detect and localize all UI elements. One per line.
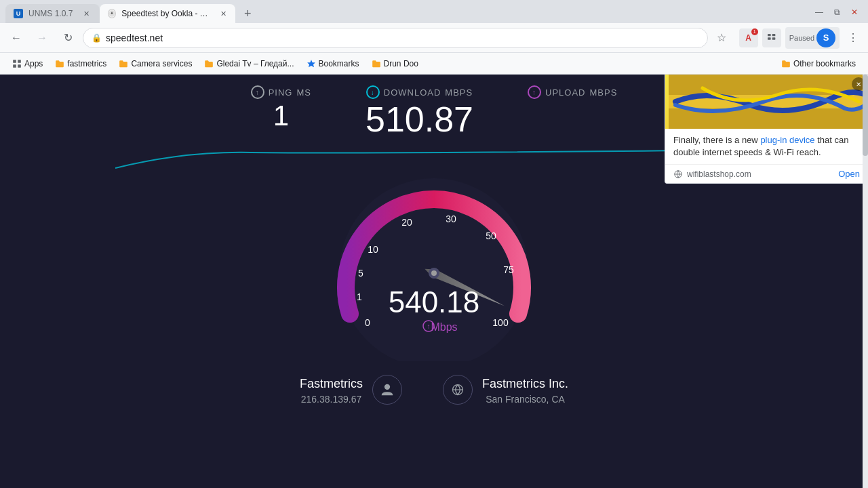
browser-frame: U UNMS 1.0.7 ✕ Speedtest by Ookla - The …	[0, 0, 868, 488]
bookmarks-bar: Apps fastmetrics Camera services Gledai …	[0, 53, 868, 75]
maximize-button[interactable]: ⧉	[829, 4, 845, 20]
bookmark-fastmetrics[interactable]: fastmetrics	[50, 57, 112, 70]
scrollbar-thumb[interactable]	[863, 75, 868, 156]
server-name: Fastmetrics	[300, 377, 363, 391]
tab-close-speedtest[interactable]: ✕	[219, 8, 227, 19]
svg-text:75: 75	[503, 264, 514, 275]
bookmark-drun[interactable]: Drun Doo	[366, 57, 424, 70]
ad-footer: wifiblastshop.com Open	[665, 164, 868, 183]
new-tab-button[interactable]: +	[238, 4, 257, 23]
ad-site-icon	[673, 169, 683, 179]
svg-text:1: 1	[357, 291, 362, 302]
star-icon	[307, 59, 316, 68]
page-content: ↑ PING ms 1 ↓ DOWNLOAD Mbps 510.87 ↑ UPL…	[0, 75, 868, 488]
lock-icon: 🔒	[92, 33, 102, 43]
svg-rect-7	[13, 64, 16, 68]
tab-favicon-speedtest	[108, 9, 116, 18]
tab-speedtest[interactable]: Speedtest by Ookla - The Globa ✕	[100, 4, 235, 23]
bookmark-bookmarks[interactable]: Bookmarks	[301, 57, 365, 70]
svg-rect-4	[772, 37, 775, 39]
window-controls: — ⧉ ✕	[811, 4, 863, 20]
speedometer-container: 0 1 5 10 20 30 50 75 100	[0, 165, 868, 361]
server-ip: 216.38.139.67	[301, 394, 362, 405]
svg-text:30: 30	[446, 214, 456, 224]
host-globe-icon	[443, 375, 473, 405]
upload-header: ↑ UPLOAD Mbps	[528, 85, 617, 99]
ping-icon: ↑	[251, 85, 264, 99]
host-name-item: Fastmetrics Inc. San Francisco, CA	[482, 377, 568, 405]
svg-text:100: 100	[492, 317, 509, 328]
tab-title-speedtest: Speedtest by Ookla - The Globa	[121, 9, 211, 18]
tab-favicon-unms: U	[14, 9, 23, 18]
address-text: speedtest.net	[106, 33, 699, 43]
tab-unms[interactable]: U UNMS 1.0.7 ✕	[5, 4, 100, 23]
forward-button[interactable]: →	[31, 27, 53, 49]
tab-title-unms: UNMS 1.0.7	[28, 9, 73, 18]
ad-link[interactable]: plug-in device	[760, 135, 814, 145]
svg-point-25	[384, 384, 390, 390]
ping-value: 1	[273, 100, 289, 131]
svg-text:↑: ↑	[427, 323, 431, 330]
ping-unit: ms	[296, 87, 311, 98]
bookmark-fastmetrics-label: fastmetrics	[67, 59, 106, 68]
speedometer: 0 1 5 10 20 30 50 75 100	[326, 165, 542, 361]
bookmark-bookmarks-label: Bookmarks	[319, 59, 359, 68]
ad-image	[665, 75, 868, 129]
minimize-button[interactable]: —	[811, 4, 827, 20]
ping-label: PING	[269, 87, 293, 98]
refresh-button[interactable]: ↻	[57, 27, 79, 49]
ext-icon-1[interactable]: A 1	[739, 28, 758, 47]
bookmark-apps[interactable]: Apps	[7, 57, 48, 70]
folder-icon-4	[372, 60, 381, 68]
apps-icon	[12, 59, 22, 68]
pause-label: Paused	[789, 34, 814, 42]
profile-avatar: S	[816, 28, 835, 47]
server-user-icon	[372, 375, 402, 405]
back-button[interactable]: ←	[5, 27, 27, 49]
svg-rect-3	[768, 37, 771, 39]
svg-text:5: 5	[358, 268, 363, 279]
folder-icon-2	[119, 60, 128, 68]
svg-rect-1	[768, 34, 771, 36]
svg-point-22	[431, 270, 437, 276]
bookmark-camera[interactable]: Camera services	[113, 57, 197, 70]
bookmark-gledai-label: Gledai Tv – Гледай...	[216, 59, 294, 68]
host-info-block: Fastmetrics Inc. San Francisco, CA	[443, 375, 568, 406]
folder-icon-3	[204, 60, 214, 68]
svg-rect-2	[772, 34, 775, 36]
ad-open-button[interactable]: Open	[838, 169, 860, 179]
nav-bar: ← → ↻ 🔒 speedtest.net ☆ A 1 Paused S ⋮	[0, 23, 868, 53]
profile-area: A 1 Paused S ⋮	[739, 27, 863, 49]
other-bookmarks[interactable]: Other bookmarks	[776, 57, 861, 70]
server-name-item: Fastmetrics 216.38.139.67	[300, 377, 363, 405]
download-value: 510.87	[366, 100, 473, 139]
host-name: Fastmetrics Inc.	[482, 377, 568, 391]
folder-icon-1	[55, 60, 64, 68]
download-label: DOWNLOAD	[384, 87, 441, 98]
other-bookmarks-label: Other bookmarks	[793, 59, 856, 68]
bookmark-gledai[interactable]: Gledai Tv – Гледай...	[199, 57, 299, 70]
ad-text: Finally, there is a new plug-in device t…	[665, 129, 868, 164]
browser-menu-button[interactable]: ⋮	[844, 28, 863, 47]
ext-icon-2[interactable]	[762, 28, 781, 47]
svg-text:0: 0	[365, 317, 370, 328]
ad-site: wifiblastshop.com	[673, 169, 751, 179]
scrollbar[interactable]	[863, 75, 868, 488]
svg-rect-6	[18, 60, 21, 63]
ad-site-name: wifiblastshop.com	[687, 169, 751, 179]
ping-header: ↑ PING ms	[251, 85, 311, 99]
address-bar[interactable]: 🔒 speedtest.net	[83, 28, 708, 48]
server-info-block: Fastmetrics 216.38.139.67	[300, 375, 402, 406]
download-header: ↓ DOWNLOAD Mbps	[366, 85, 473, 99]
download-stat: ↓ DOWNLOAD Mbps 510.87	[366, 85, 473, 139]
other-bookmarks-folder-icon	[781, 60, 791, 68]
bookmark-apps-label: Apps	[24, 59, 43, 68]
pause-button[interactable]: Paused S	[785, 27, 840, 49]
ping-stat: ↑ PING ms 1	[251, 85, 311, 139]
close-button[interactable]: ✕	[846, 4, 863, 20]
bookmark-star-button[interactable]: ☆	[712, 28, 731, 47]
svg-text:50: 50	[486, 230, 496, 241]
tab-close-unms[interactable]: ✕	[81, 8, 92, 19]
svg-marker-9	[307, 60, 315, 67]
svg-rect-8	[18, 64, 21, 68]
